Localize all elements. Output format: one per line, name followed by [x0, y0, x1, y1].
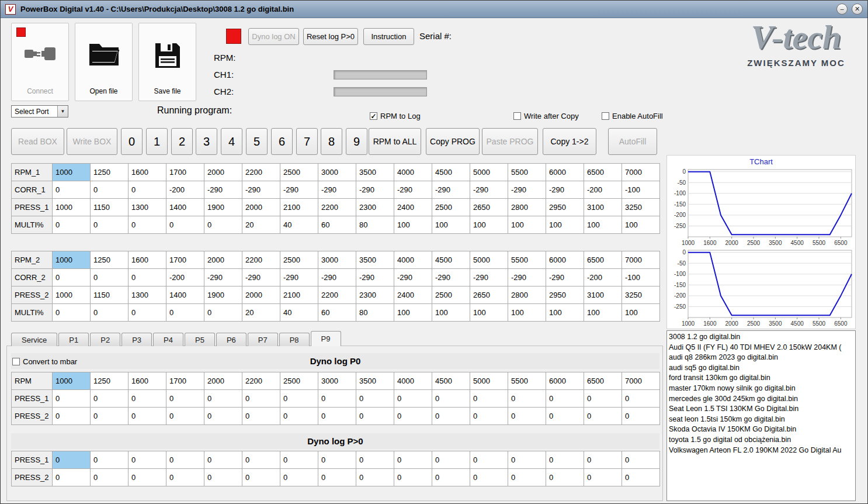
cell-dyno-p0-RPM-9[interactable]: 4000	[394, 372, 432, 390]
cell-program1-MULTI%-4[interactable]: 0	[204, 216, 242, 234]
cell-program2-RPM_2-0[interactable]: 1000	[53, 251, 91, 269]
cell-program2-RPM_2-7[interactable]: 3000	[318, 251, 356, 269]
cell-program1-CORR_1-3[interactable]: -200	[166, 181, 204, 199]
copy-1-to-2-button[interactable]: Copy 1->2	[543, 128, 596, 155]
cell-program1-PRESS_1-13[interactable]: 2950	[546, 199, 584, 216]
cell-dyno-p0-PRESS_1-4[interactable]: 0	[204, 390, 242, 408]
file-list-item[interactable]: seat leon 1.5tsi 150km go digital.bin	[669, 415, 855, 425]
cell-dyno-pgt0-PRESS_2-9[interactable]: 0	[394, 469, 432, 486]
cell-program2-PRESS_2-9[interactable]: 2400	[394, 286, 432, 304]
file-list-item[interactable]: Skoda Octavia IV 150KM Go Digital.bin	[669, 424, 855, 435]
cell-dyno-p0-RPM-8[interactable]: 3500	[356, 372, 394, 390]
cell-program2-MULTI%-14[interactable]: 100	[584, 304, 622, 322]
cell-program2-RPM_2-5[interactable]: 2200	[242, 251, 280, 269]
cell-dyno-p0-PRESS_1-2[interactable]: 0	[129, 390, 166, 408]
cell-program2-MULTI%-6[interactable]: 40	[280, 304, 318, 322]
cell-program1-MULTI%-15[interactable]: 100	[622, 216, 660, 234]
cell-dyno-pgt0-PRESS_1-1[interactable]: 0	[91, 451, 129, 469]
cell-dyno-p0-PRESS_1-13[interactable]: 0	[546, 390, 584, 408]
cell-dyno-pgt0-PRESS_1-8[interactable]: 0	[356, 451, 394, 469]
cell-program1-CORR_1-6[interactable]: -290	[280, 181, 318, 199]
tab-p7[interactable]: P7	[248, 333, 278, 346]
select-port-dropdown[interactable]: Select Port ▼	[11, 105, 68, 118]
cell-dyno-p0-PRESS_1-1[interactable]: 0	[91, 390, 129, 408]
cell-program1-RPM_1-15[interactable]: 7000	[622, 164, 660, 181]
cell-program1-PRESS_1-1[interactable]: 1150	[91, 199, 129, 216]
paste-prog-button[interactable]: Paste PROG	[482, 128, 538, 155]
cell-dyno-p0-PRESS_1-7[interactable]: 0	[318, 390, 356, 408]
cell-program1-PRESS_1-2[interactable]: 1300	[129, 199, 166, 216]
digit-8-button[interactable]: 8	[321, 128, 342, 155]
cell-dyno-pgt0-PRESS_1-4[interactable]: 0	[204, 451, 242, 469]
cell-dyno-p0-PRESS_2-12[interactable]: 0	[508, 408, 546, 425]
save-file-button[interactable]: Save file	[138, 23, 196, 101]
convert-to-mbar-checkbox[interactable]: Convert to mbar	[12, 357, 77, 366]
cell-dyno-pgt0-PRESS_1-14[interactable]: 0	[584, 451, 622, 469]
cell-program2-CORR_2-5[interactable]: -290	[242, 269, 280, 286]
cell-dyno-pgt0-PRESS_1-7[interactable]: 0	[318, 451, 356, 469]
cell-program2-CORR_2-9[interactable]: -290	[394, 269, 432, 286]
cell-program1-CORR_1-9[interactable]: -290	[394, 181, 432, 199]
connect-button[interactable]: Connect	[11, 23, 69, 101]
cell-program2-CORR_2-4[interactable]: -290	[204, 269, 242, 286]
cell-dyno-p0-PRESS_2-11[interactable]: 0	[470, 408, 508, 425]
cell-program2-CORR_2-13[interactable]: -290	[546, 269, 584, 286]
cell-program2-CORR_2-2[interactable]: 0	[129, 269, 166, 286]
tab-p2[interactable]: P2	[90, 333, 120, 346]
cell-dyno-pgt0-PRESS_1-11[interactable]: 0	[470, 451, 508, 469]
cell-program2-PRESS_2-0[interactable]: 1000	[53, 286, 91, 304]
cell-program2-MULTI%-13[interactable]: 100	[546, 304, 584, 322]
dyno-log-on-button[interactable]: Dyno log ON	[248, 28, 299, 45]
cell-dyno-p0-RPM-10[interactable]: 4500	[432, 372, 470, 390]
cell-dyno-pgt0-PRESS_1-15[interactable]: 0	[622, 451, 660, 469]
cell-dyno-p0-PRESS_1-11[interactable]: 0	[470, 390, 508, 408]
cell-program1-MULTI%-3[interactable]: 0	[166, 216, 204, 234]
cell-program1-MULTI%-2[interactable]: 0	[129, 216, 166, 234]
file-list-item[interactable]: mercedes gle 300d 245km go digital.bin	[669, 394, 855, 405]
cell-program1-PRESS_1-5[interactable]: 2000	[242, 199, 280, 216]
file-list-item[interactable]: 3008 1.2 go digital.bin	[669, 332, 855, 343]
digit-7-button[interactable]: 7	[296, 128, 318, 155]
cell-dyno-p0-RPM-0[interactable]: 1000	[53, 372, 91, 390]
cell-program2-RPM_2-8[interactable]: 3500	[356, 251, 394, 269]
cell-dyno-p0-RPM-15[interactable]: 7000	[622, 372, 660, 390]
cell-program1-PRESS_1-7[interactable]: 2200	[318, 199, 356, 216]
cell-program1-RPM_1-6[interactable]: 2500	[280, 164, 318, 181]
cell-program2-RPM_2-3[interactable]: 1700	[166, 251, 204, 269]
file-list-item[interactable]: audi sq5 go digital.bin	[669, 363, 855, 374]
cell-dyno-pgt0-PRESS_1-13[interactable]: 0	[546, 451, 584, 469]
digit-0-button[interactable]: 0	[121, 128, 143, 155]
cell-program1-MULTI%-9[interactable]: 100	[394, 216, 432, 234]
digit-3-button[interactable]: 3	[196, 128, 217, 155]
cell-program1-PRESS_1-8[interactable]: 2300	[356, 199, 394, 216]
cell-program1-CORR_1-13[interactable]: -290	[546, 181, 584, 199]
close-button[interactable]: ✕	[852, 4, 863, 15]
cell-program2-MULTI%-7[interactable]: 60	[318, 304, 356, 322]
cell-dyno-p0-RPM-1[interactable]: 1250	[91, 372, 129, 390]
cell-program1-MULTI%-1[interactable]: 0	[91, 216, 129, 234]
cell-program1-PRESS_1-12[interactable]: 2800	[508, 199, 546, 216]
cell-program2-MULTI%-2[interactable]: 0	[129, 304, 166, 322]
cell-dyno-pgt0-PRESS_1-2[interactable]: 0	[129, 451, 166, 469]
write-box-button[interactable]: Write BOX	[67, 128, 117, 155]
cell-dyno-p0-PRESS_1-14[interactable]: 0	[584, 390, 622, 408]
reset-log-button[interactable]: Reset log P>0	[303, 28, 358, 45]
cell-program1-CORR_1-8[interactable]: -290	[356, 181, 394, 199]
cell-program1-MULTI%-6[interactable]: 40	[280, 216, 318, 234]
digit-2-button[interactable]: 2	[171, 128, 193, 155]
cell-dyno-p0-PRESS_1-0[interactable]: 0	[53, 390, 91, 408]
cell-dyno-pgt0-PRESS_1-5[interactable]: 0	[242, 451, 280, 469]
cell-program2-CORR_2-12[interactable]: -290	[508, 269, 546, 286]
cell-program2-PRESS_2-12[interactable]: 2800	[508, 286, 546, 304]
cell-program2-MULTI%-15[interactable]: 100	[622, 304, 660, 322]
digit-9-button[interactable]: 9	[346, 128, 367, 155]
minimize-button[interactable]: –	[836, 4, 848, 15]
cell-dyno-pgt0-PRESS_1-12[interactable]: 0	[508, 451, 546, 469]
cell-dyno-pgt0-PRESS_1-0[interactable]: 0	[53, 451, 91, 469]
cell-dyno-p0-PRESS_2-6[interactable]: 0	[280, 408, 318, 425]
cell-dyno-pgt0-PRESS_2-14[interactable]: 0	[584, 469, 622, 486]
cell-dyno-p0-PRESS_1-10[interactable]: 0	[432, 390, 470, 408]
enable-autofill-checkbox[interactable]: Enable AutoFill	[602, 112, 663, 120]
cell-program2-CORR_2-6[interactable]: -290	[280, 269, 318, 286]
autofill-button[interactable]: AutoFill	[608, 128, 657, 155]
